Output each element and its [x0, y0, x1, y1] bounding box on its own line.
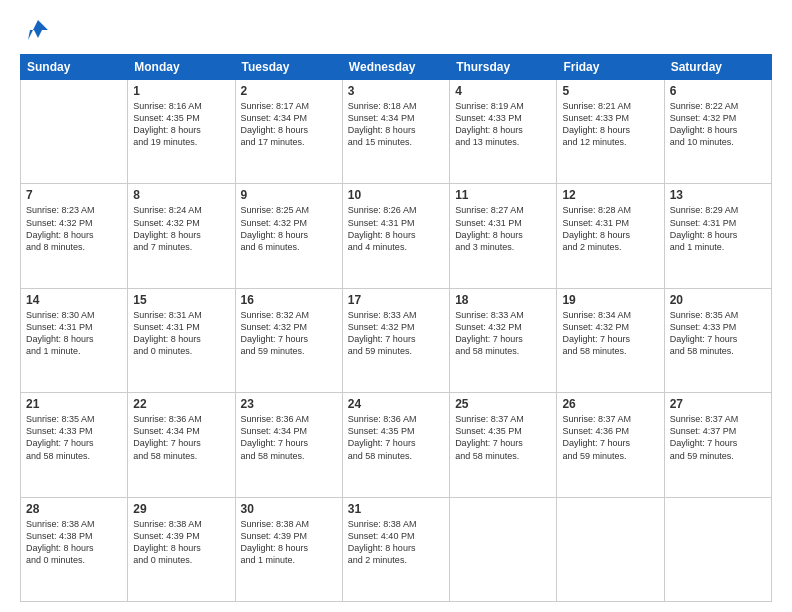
day-info: Sunrise: 8:33 AM Sunset: 4:32 PM Dayligh…	[455, 309, 551, 358]
day-info: Sunrise: 8:34 AM Sunset: 4:32 PM Dayligh…	[562, 309, 658, 358]
day-cell: 2Sunrise: 8:17 AM Sunset: 4:34 PM Daylig…	[235, 80, 342, 184]
weekday-header-wednesday: Wednesday	[342, 55, 449, 80]
day-number: 31	[348, 502, 444, 516]
day-info: Sunrise: 8:21 AM Sunset: 4:33 PM Dayligh…	[562, 100, 658, 149]
day-cell: 17Sunrise: 8:33 AM Sunset: 4:32 PM Dayli…	[342, 288, 449, 392]
day-info: Sunrise: 8:28 AM Sunset: 4:31 PM Dayligh…	[562, 204, 658, 253]
day-info: Sunrise: 8:35 AM Sunset: 4:33 PM Dayligh…	[26, 413, 122, 462]
day-info: Sunrise: 8:26 AM Sunset: 4:31 PM Dayligh…	[348, 204, 444, 253]
day-number: 6	[670, 84, 766, 98]
day-cell	[21, 80, 128, 184]
week-row-4: 21Sunrise: 8:35 AM Sunset: 4:33 PM Dayli…	[21, 393, 772, 497]
day-info: Sunrise: 8:38 AM Sunset: 4:38 PM Dayligh…	[26, 518, 122, 567]
day-number: 26	[562, 397, 658, 411]
day-number: 4	[455, 84, 551, 98]
header	[20, 16, 772, 44]
day-number: 13	[670, 188, 766, 202]
week-row-1: 1Sunrise: 8:16 AM Sunset: 4:35 PM Daylig…	[21, 80, 772, 184]
day-info: Sunrise: 8:18 AM Sunset: 4:34 PM Dayligh…	[348, 100, 444, 149]
day-info: Sunrise: 8:16 AM Sunset: 4:35 PM Dayligh…	[133, 100, 229, 149]
day-cell: 4Sunrise: 8:19 AM Sunset: 4:33 PM Daylig…	[450, 80, 557, 184]
day-cell: 26Sunrise: 8:37 AM Sunset: 4:36 PM Dayli…	[557, 393, 664, 497]
day-number: 28	[26, 502, 122, 516]
weekday-header-sunday: Sunday	[21, 55, 128, 80]
day-number: 7	[26, 188, 122, 202]
day-info: Sunrise: 8:37 AM Sunset: 4:37 PM Dayligh…	[670, 413, 766, 462]
day-cell: 19Sunrise: 8:34 AM Sunset: 4:32 PM Dayli…	[557, 288, 664, 392]
day-cell: 31Sunrise: 8:38 AM Sunset: 4:40 PM Dayli…	[342, 497, 449, 601]
day-number: 20	[670, 293, 766, 307]
day-info: Sunrise: 8:24 AM Sunset: 4:32 PM Dayligh…	[133, 204, 229, 253]
day-number: 12	[562, 188, 658, 202]
day-number: 24	[348, 397, 444, 411]
day-number: 25	[455, 397, 551, 411]
day-number: 27	[670, 397, 766, 411]
week-row-2: 7Sunrise: 8:23 AM Sunset: 4:32 PM Daylig…	[21, 184, 772, 288]
svg-marker-0	[28, 20, 48, 40]
day-info: Sunrise: 8:25 AM Sunset: 4:32 PM Dayligh…	[241, 204, 337, 253]
logo	[20, 16, 52, 44]
weekday-header-thursday: Thursday	[450, 55, 557, 80]
day-cell: 9Sunrise: 8:25 AM Sunset: 4:32 PM Daylig…	[235, 184, 342, 288]
day-cell	[557, 497, 664, 601]
day-cell: 1Sunrise: 8:16 AM Sunset: 4:35 PM Daylig…	[128, 80, 235, 184]
logo-icon	[24, 16, 52, 44]
day-info: Sunrise: 8:36 AM Sunset: 4:34 PM Dayligh…	[241, 413, 337, 462]
day-cell: 6Sunrise: 8:22 AM Sunset: 4:32 PM Daylig…	[664, 80, 771, 184]
day-number: 23	[241, 397, 337, 411]
day-info: Sunrise: 8:35 AM Sunset: 4:33 PM Dayligh…	[670, 309, 766, 358]
day-cell: 30Sunrise: 8:38 AM Sunset: 4:39 PM Dayli…	[235, 497, 342, 601]
day-cell: 29Sunrise: 8:38 AM Sunset: 4:39 PM Dayli…	[128, 497, 235, 601]
day-cell: 7Sunrise: 8:23 AM Sunset: 4:32 PM Daylig…	[21, 184, 128, 288]
day-cell: 11Sunrise: 8:27 AM Sunset: 4:31 PM Dayli…	[450, 184, 557, 288]
day-info: Sunrise: 8:33 AM Sunset: 4:32 PM Dayligh…	[348, 309, 444, 358]
weekday-header-tuesday: Tuesday	[235, 55, 342, 80]
day-number: 15	[133, 293, 229, 307]
day-info: Sunrise: 8:29 AM Sunset: 4:31 PM Dayligh…	[670, 204, 766, 253]
day-cell: 24Sunrise: 8:36 AM Sunset: 4:35 PM Dayli…	[342, 393, 449, 497]
day-info: Sunrise: 8:31 AM Sunset: 4:31 PM Dayligh…	[133, 309, 229, 358]
day-cell: 21Sunrise: 8:35 AM Sunset: 4:33 PM Dayli…	[21, 393, 128, 497]
day-number: 18	[455, 293, 551, 307]
day-number: 8	[133, 188, 229, 202]
day-info: Sunrise: 8:36 AM Sunset: 4:34 PM Dayligh…	[133, 413, 229, 462]
weekday-header-friday: Friday	[557, 55, 664, 80]
day-info: Sunrise: 8:27 AM Sunset: 4:31 PM Dayligh…	[455, 204, 551, 253]
calendar-table: SundayMondayTuesdayWednesdayThursdayFrid…	[20, 54, 772, 602]
day-number: 3	[348, 84, 444, 98]
day-number: 11	[455, 188, 551, 202]
day-info: Sunrise: 8:37 AM Sunset: 4:36 PM Dayligh…	[562, 413, 658, 462]
day-cell: 13Sunrise: 8:29 AM Sunset: 4:31 PM Dayli…	[664, 184, 771, 288]
day-cell	[450, 497, 557, 601]
day-info: Sunrise: 8:22 AM Sunset: 4:32 PM Dayligh…	[670, 100, 766, 149]
day-number: 21	[26, 397, 122, 411]
week-row-3: 14Sunrise: 8:30 AM Sunset: 4:31 PM Dayli…	[21, 288, 772, 392]
day-cell: 18Sunrise: 8:33 AM Sunset: 4:32 PM Dayli…	[450, 288, 557, 392]
day-cell: 20Sunrise: 8:35 AM Sunset: 4:33 PM Dayli…	[664, 288, 771, 392]
day-cell: 3Sunrise: 8:18 AM Sunset: 4:34 PM Daylig…	[342, 80, 449, 184]
day-cell: 5Sunrise: 8:21 AM Sunset: 4:33 PM Daylig…	[557, 80, 664, 184]
day-info: Sunrise: 8:38 AM Sunset: 4:39 PM Dayligh…	[133, 518, 229, 567]
day-number: 5	[562, 84, 658, 98]
day-number: 17	[348, 293, 444, 307]
day-number: 10	[348, 188, 444, 202]
day-cell: 12Sunrise: 8:28 AM Sunset: 4:31 PM Dayli…	[557, 184, 664, 288]
day-number: 30	[241, 502, 337, 516]
day-info: Sunrise: 8:32 AM Sunset: 4:32 PM Dayligh…	[241, 309, 337, 358]
weekday-header-saturday: Saturday	[664, 55, 771, 80]
week-row-5: 28Sunrise: 8:38 AM Sunset: 4:38 PM Dayli…	[21, 497, 772, 601]
day-number: 2	[241, 84, 337, 98]
day-info: Sunrise: 8:23 AM Sunset: 4:32 PM Dayligh…	[26, 204, 122, 253]
day-number: 29	[133, 502, 229, 516]
day-info: Sunrise: 8:38 AM Sunset: 4:39 PM Dayligh…	[241, 518, 337, 567]
day-number: 9	[241, 188, 337, 202]
day-cell: 14Sunrise: 8:30 AM Sunset: 4:31 PM Dayli…	[21, 288, 128, 392]
day-cell: 16Sunrise: 8:32 AM Sunset: 4:32 PM Dayli…	[235, 288, 342, 392]
day-cell: 27Sunrise: 8:37 AM Sunset: 4:37 PM Dayli…	[664, 393, 771, 497]
day-cell: 22Sunrise: 8:36 AM Sunset: 4:34 PM Dayli…	[128, 393, 235, 497]
day-number: 14	[26, 293, 122, 307]
day-number: 16	[241, 293, 337, 307]
day-number: 22	[133, 397, 229, 411]
day-info: Sunrise: 8:37 AM Sunset: 4:35 PM Dayligh…	[455, 413, 551, 462]
weekday-header-row: SundayMondayTuesdayWednesdayThursdayFrid…	[21, 55, 772, 80]
